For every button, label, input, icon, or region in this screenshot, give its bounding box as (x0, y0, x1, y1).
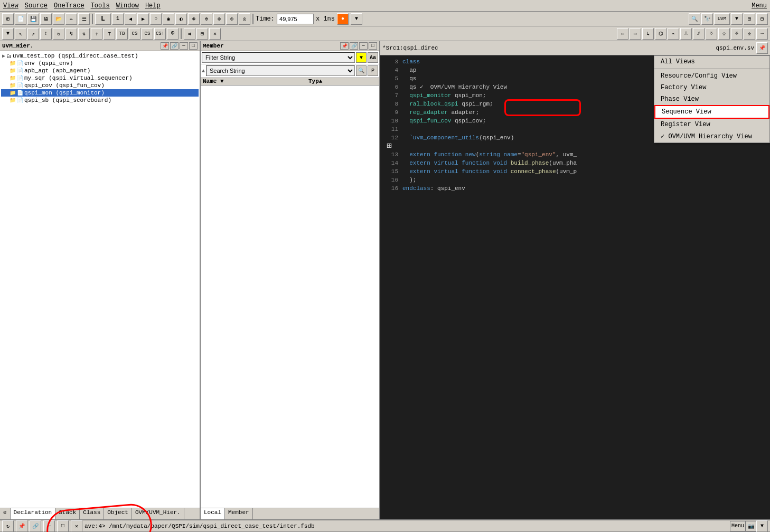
tb-back[interactable]: ◀ (125, 13, 136, 25)
menu-right[interactable]: Menu (752, 2, 767, 10)
tb2-r6[interactable]: ⎍ (680, 28, 692, 40)
tb2-r4[interactable]: ⌬ (655, 28, 666, 40)
tb2-2[interactable]: ↗ (27, 28, 39, 40)
dropdown-register[interactable]: Register View (654, 119, 769, 130)
tb-d8[interactable]: ◎ (239, 13, 250, 25)
tb2-r11[interactable]: ⎒ (744, 28, 755, 40)
dropdown-sequence[interactable]: Sequence View (654, 105, 769, 119)
tb-d2[interactable]: ◉ (163, 13, 174, 25)
tab-e[interactable]: e (0, 508, 11, 519)
tb2-r10[interactable]: ⎑ (731, 28, 743, 40)
tb-save[interactable]: 💾 (27, 13, 39, 25)
tab-uvmhier[interactable]: OVM/UVM_Hier. (132, 508, 184, 519)
tb2-8[interactable]: ⊤ (104, 28, 115, 40)
tb2-r5[interactable]: ⌁ (668, 28, 679, 40)
wave-menu-btn[interactable]: Menu (730, 521, 746, 531)
tb2-r3[interactable]: ↳ (642, 28, 654, 40)
dropdown-menu[interactable]: All Views Resource/Config View Factory V… (654, 55, 770, 143)
tb-1[interactable]: 1 (112, 13, 124, 25)
tb-d5[interactable]: ⊕ (201, 13, 212, 25)
tb-d4[interactable]: ⊛ (188, 13, 200, 25)
tb2-r9[interactable]: ⎐ (718, 28, 730, 40)
wave-snap[interactable]: 📷 (746, 521, 756, 531)
tb2-x[interactable]: ✕ (209, 28, 221, 40)
tb2-r2[interactable]: ↦ (630, 28, 641, 40)
tab-class[interactable]: Class (80, 508, 104, 519)
tb-fwd[interactable]: ▶ (137, 13, 149, 25)
time-input[interactable] (277, 14, 314, 24)
wave-pin2[interactable]: 📌 (16, 520, 27, 532)
tb2-6[interactable]: ⇅ (78, 28, 90, 40)
menu-source[interactable]: Source (25, 2, 48, 10)
tab-declaration[interactable]: Declaration (11, 508, 56, 519)
wave-max2[interactable]: □ (57, 520, 69, 532)
tb2-dd[interactable]: ▼ (2, 28, 14, 40)
tb-search[interactable]: 🔍 (689, 13, 700, 25)
tb-table1[interactable]: ⊞ (744, 13, 755, 25)
dropdown-all-views[interactable]: All Views (654, 56, 769, 68)
wave-refresh[interactable]: ↻ (2, 520, 14, 532)
tb2-r1[interactable]: ↤ (617, 28, 628, 40)
tab-member[interactable]: Member (225, 508, 253, 519)
wave-min2[interactable]: — (43, 520, 55, 532)
source-pin[interactable]: 📌 (756, 42, 768, 54)
tb2-phi[interactable]: Φ (167, 28, 179, 40)
tb-open[interactable]: 📂 (53, 13, 64, 25)
search-btn-p[interactable]: P (368, 65, 378, 76)
tb-arrow-down[interactable]: ▼ (351, 13, 362, 25)
tb-stop[interactable]: ● (337, 13, 349, 25)
tree-item-sqr[interactable]: 📁 📄 my_sqr (qspi_virtual_sequencer) (1, 74, 199, 82)
source-content[interactable]: 3 class 4 ap 5 qs 6 qs ✓ OVM/UVM Hierarc… (380, 55, 770, 519)
tb-doc[interactable]: 📄 (15, 13, 26, 25)
filter-btn-funnel[interactable]: ▼ (356, 52, 367, 63)
tree-item-sb[interactable]: 📁 📄 qspi_sb (qspi_scoreboard) (1, 97, 199, 104)
search-select[interactable]: Search String (206, 65, 355, 76)
tb-d7[interactable]: ⊙ (226, 13, 238, 25)
dropdown-uvmhier[interactable]: ✓ OVM/UVM Hierarchy View (654, 130, 769, 142)
tab-local[interactable]: Local (201, 508, 225, 519)
tb-edit[interactable]: ✏ (65, 13, 77, 25)
tb2-cs[interactable]: CS (129, 28, 140, 40)
uvm-min[interactable]: — (180, 42, 188, 50)
tb2-cs2[interactable]: CS (142, 28, 153, 40)
tb2-arr1[interactable]: ⇉ (184, 28, 195, 40)
tree-item-apb[interactable]: 📁 📄 apb_agt (apb_agent) (1, 67, 199, 74)
tb2-7[interactable]: ⇧ (91, 28, 102, 40)
tb2-r12[interactable]: → (756, 28, 768, 40)
member-link[interactable]: 🔗 (350, 42, 358, 50)
wave-link2[interactable]: 🔗 (30, 520, 41, 532)
tb-d1[interactable]: ○ (150, 13, 162, 25)
wave-close[interactable]: ✕ (71, 520, 82, 532)
menu-onetrace[interactable]: OneTrace (54, 2, 84, 10)
uvm-pin[interactable]: 📌 (161, 42, 169, 50)
filter-btn-aa[interactable]: Aa (368, 52, 378, 63)
uvm-max[interactable]: □ (189, 42, 198, 50)
member-min[interactable]: — (359, 42, 368, 50)
menu-view[interactable]: View (3, 2, 18, 10)
dropdown-resource[interactable]: Resource/Config View (654, 70, 769, 82)
tb2-r7[interactable]: ⎎ (693, 28, 705, 40)
menu-window[interactable]: Window (116, 2, 139, 10)
filter-select[interactable]: Filter String (202, 52, 355, 63)
tb2-tb[interactable]: TB (116, 28, 128, 40)
tab-object[interactable]: Object (104, 508, 132, 519)
tb-table2[interactable]: ⊟ (756, 13, 768, 25)
tb-l[interactable]: L (95, 13, 111, 25)
tb-binoculars[interactable]: 🔭 (701, 13, 713, 25)
tree-item-root[interactable]: ▶ 🗂 uvm_test_top (qspi_direct_case_test) (1, 52, 199, 60)
member-pin[interactable]: 📌 (340, 42, 349, 50)
tree-item-env[interactable]: 📁 📄 env (qspi_env) (1, 60, 199, 67)
tb2-csi[interactable]: CS! (154, 28, 166, 40)
tb-view[interactable]: 🖥 (40, 13, 52, 25)
tb-grid[interactable]: ⊞ (2, 13, 14, 25)
uvm-link[interactable]: 🔗 (170, 42, 179, 50)
tree-item-cov[interactable]: 📁 📄 qspi_cov (qspi_fun_cov) (1, 82, 199, 89)
wave-dd[interactable]: ▼ (756, 520, 768, 532)
dropdown-phase[interactable]: Phase View (654, 93, 769, 105)
tb2-1[interactable]: ↖ (15, 28, 26, 40)
member-max[interactable]: □ (369, 42, 377, 50)
tb2-4[interactable]: ↻ (53, 28, 64, 40)
tb-d3[interactable]: ◐ (175, 13, 187, 25)
tb-list[interactable]: ☰ (78, 13, 90, 25)
tb2-r8[interactable]: ⎏ (706, 28, 717, 40)
